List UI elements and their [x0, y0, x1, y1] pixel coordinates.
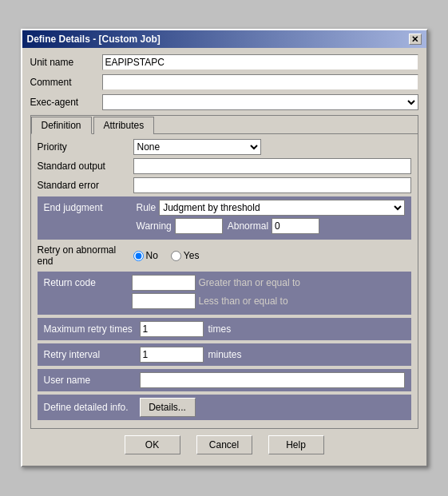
rule-select[interactable]: Judgment by threshold Always normal Alwa…: [159, 200, 404, 216]
tabs-area: Definition Attributes Priority None Low …: [30, 115, 418, 429]
standard-output-input[interactable]: [133, 158, 411, 174]
comment-input[interactable]: [102, 74, 418, 90]
bottom-buttons: OK Cancel Help: [30, 429, 418, 459]
dialog-body: Unit name Comment Exec-agent Definition …: [22, 48, 426, 466]
end-judgment-label: End judgment: [44, 202, 132, 213]
rc-row1: Return code Greater than or equal to: [44, 275, 405, 291]
retry-yes-label[interactable]: Yes: [171, 250, 200, 261]
unit-name-label: Unit name: [30, 57, 102, 68]
rc-row2: Less than or equal to: [44, 293, 405, 309]
retry-no-label[interactable]: No: [133, 250, 158, 261]
warning-input[interactable]: [175, 218, 223, 234]
times-label: times: [208, 323, 232, 335]
rule-label: Rule: [137, 202, 157, 213]
return-code-input1[interactable]: [132, 275, 196, 291]
priority-label: Priority: [38, 141, 133, 153]
retry-radio-group: No Yes: [133, 250, 200, 261]
user-name-row: User name: [38, 369, 411, 391]
standard-error-input[interactable]: [133, 177, 411, 193]
dialog-window: Define Details - [Custom Job] ✕ Unit nam…: [21, 29, 428, 467]
minutes-label: minutes: [208, 349, 242, 360]
define-detailed-row: Define detailed info. Details...: [38, 395, 411, 420]
title-bar: Define Details - [Custom Job] ✕: [22, 30, 426, 48]
retry-interval-input[interactable]: [140, 347, 204, 363]
return-code-input2[interactable]: [132, 293, 196, 309]
user-name-label: User name: [44, 375, 140, 386]
retry-interval-row: Retry interval minutes: [38, 343, 411, 366]
retry-yes-radio[interactable]: [171, 251, 181, 261]
retry-row: Retry on abnormal end No Yes: [38, 243, 411, 268]
help-button[interactable]: Help: [268, 435, 324, 454]
ej-warning-row: Warning Abnormal: [44, 218, 405, 234]
end-judgment-block: End judgment Rule Judgment by threshold …: [38, 196, 411, 240]
tab-attributes[interactable]: Attributes: [93, 117, 155, 134]
exec-agent-select[interactable]: [102, 94, 418, 110]
standard-error-label: Standard error: [38, 180, 133, 191]
max-retry-label: Maximum retry times: [44, 323, 140, 335]
ok-button[interactable]: OK: [125, 435, 180, 454]
standard-output-row: Standard output: [38, 158, 411, 174]
dialog-title: Define Details - [Custom Job]: [27, 34, 161, 45]
define-detailed-label: Define detailed info.: [44, 402, 140, 413]
cancel-button[interactable]: Cancel: [196, 435, 252, 454]
retry-no-radio[interactable]: [133, 251, 144, 261]
exec-agent-row: Exec-agent: [30, 94, 418, 110]
exec-agent-label: Exec-agent: [30, 97, 102, 108]
user-name-input[interactable]: [140, 372, 405, 388]
priority-row: Priority None Low Medium High: [38, 139, 411, 155]
tab-definition[interactable]: Definition: [31, 117, 92, 134]
unit-name-row: Unit name: [30, 54, 418, 70]
max-retry-input[interactable]: [140, 321, 204, 337]
retry-interval-label: Retry interval: [44, 349, 140, 360]
less-label: Less than or equal to: [199, 296, 288, 307]
unit-name-input[interactable]: [102, 54, 418, 70]
details-button[interactable]: Details...: [140, 398, 196, 417]
abnormal-label: Abnormal: [228, 220, 268, 232]
abnormal-input[interactable]: [272, 218, 319, 234]
tab-content-definition: Priority None Low Medium High Standard o…: [31, 134, 418, 428]
ej-rule-row: End judgment Rule Judgment by threshold …: [44, 200, 405, 216]
max-retry-row: Maximum retry times times: [38, 318, 411, 340]
comment-row: Comment: [30, 74, 418, 90]
retry-label: Retry on abnormal end: [38, 244, 133, 267]
return-code-label: Return code: [44, 277, 132, 288]
comment-label: Comment: [30, 77, 102, 88]
standard-output-label: Standard output: [38, 161, 133, 172]
priority-select[interactable]: None Low Medium High: [133, 139, 261, 155]
close-button[interactable]: ✕: [409, 34, 422, 45]
tab-header: Definition Attributes: [31, 116, 418, 134]
warning-label: Warning: [137, 220, 172, 232]
standard-error-row: Standard error: [38, 177, 411, 193]
return-code-block: Return code Greater than or equal to Les…: [38, 272, 411, 315]
greater-label: Greater than or equal to: [199, 277, 300, 288]
